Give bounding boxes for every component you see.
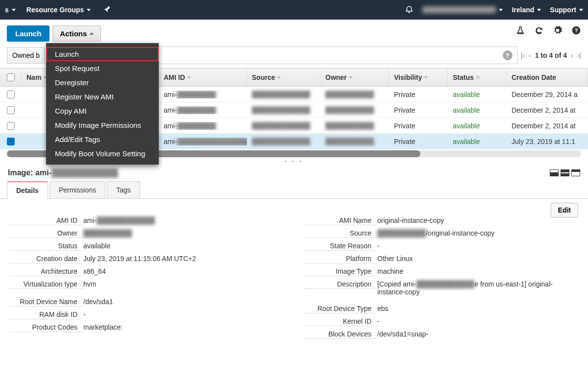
- label-platform: Platform: [304, 255, 377, 263]
- dropdown-launch[interactable]: Launch: [46, 47, 159, 61]
- cell-visibility: Private: [389, 138, 448, 145]
- nav-resource-groups[interactable]: Resource Groups: [26, 6, 91, 14]
- caret-down-icon: [87, 9, 91, 11]
- cell-owner: ██████████: [320, 106, 389, 114]
- detail-col-left: AMI IDami-████████████ Owner██████████ S…: [10, 216, 284, 343]
- dropdown-deregister[interactable]: Deregister: [46, 75, 159, 90]
- actions-label: Actions: [60, 29, 87, 38]
- column-source[interactable]: Source: [247, 69, 320, 86]
- label-product-codes: Product Codes: [10, 323, 83, 332]
- nav-region[interactable]: Ireland: [512, 6, 541, 14]
- row-checkbox[interactable]: [7, 106, 15, 114]
- sort-icon: [277, 76, 281, 79]
- sort-icon: [476, 76, 480, 79]
- pager-next-icon[interactable]: ›: [571, 51, 573, 59]
- cell-ami-id: ami-████████: [159, 106, 247, 114]
- label-status: Status: [10, 242, 83, 251]
- launch-button[interactable]: Launch: [7, 25, 49, 42]
- pin-icon[interactable]: [103, 5, 111, 15]
- value-root-device-type: ebs: [377, 305, 578, 312]
- notifications-icon[interactable]: [405, 5, 414, 15]
- value-product-codes: marketplace:: [83, 323, 284, 331]
- sort-icon: [187, 76, 191, 79]
- dropdown-copy-ami[interactable]: Copy AMI: [46, 104, 159, 118]
- cell-source: ████████████: [247, 106, 320, 114]
- layout-bottom-icon[interactable]: [550, 169, 559, 176]
- value-platform: Other Linux: [377, 255, 578, 263]
- value-kernel-id: -: [377, 317, 578, 325]
- dropdown-modify-boot-volume[interactable]: Modify Boot Volume Setting: [46, 146, 159, 161]
- nav-services[interactable]: s: [5, 6, 16, 14]
- label-ami-id: AMI ID: [10, 216, 83, 225]
- label-root-device-type: Root Device Type: [304, 305, 377, 313]
- select-all-column[interactable]: [0, 69, 22, 86]
- dropdown-modify-permissions[interactable]: Modify Image Permissions: [46, 118, 159, 132]
- cell-status: available: [448, 138, 507, 145]
- column-creation-date[interactable]: Creation Date: [507, 69, 588, 86]
- column-status[interactable]: Status: [448, 69, 507, 86]
- detail-header: Image: ami-████████████: [0, 165, 588, 181]
- row-checkbox[interactable]: [7, 122, 15, 130]
- cell-creation-date: December 2, 2014 at: [507, 106, 588, 114]
- pager-prev-icon[interactable]: ‹: [529, 51, 531, 59]
- caret-down-icon: [579, 9, 583, 11]
- edit-button[interactable]: Edit: [551, 203, 578, 217]
- value-virtualization: hvm: [83, 280, 284, 288]
- owned-by-filter[interactable]: Owned b: [7, 47, 45, 64]
- pager-first-icon[interactable]: |‹: [521, 51, 525, 59]
- label-creation-date: Creation date: [10, 255, 83, 263]
- nav-support[interactable]: Support: [550, 6, 583, 14]
- dropdown-register-new-ami[interactable]: Register New AMI: [46, 90, 159, 104]
- value-source: ██████████/original-instance-copy: [377, 229, 578, 237]
- cell-creation-date: July 23, 2019 at 11:1: [507, 138, 588, 145]
- value-status: available: [83, 242, 284, 250]
- actions-button[interactable]: Actions: [52, 25, 101, 42]
- sort-icon: [349, 76, 353, 79]
- value-ram-disk-id: -: [83, 310, 284, 318]
- tab-details[interactable]: Details: [7, 181, 48, 199]
- settings-icon[interactable]: [553, 25, 563, 35]
- layout-split-icon[interactable]: [561, 169, 569, 176]
- dropdown-add-edit-tags[interactable]: Add/Edit Tags: [46, 132, 159, 146]
- search-help-icon[interactable]: ?: [503, 50, 513, 60]
- sort-icon: [424, 76, 428, 79]
- label-description: Description: [304, 280, 377, 289]
- pager-last-icon[interactable]: ›|: [577, 51, 581, 59]
- select-all-checkbox[interactable]: [7, 73, 15, 81]
- cell-owner: ██████████: [320, 122, 389, 130]
- toolbar: Launch Actions Launch Spot Request Dereg…: [0, 20, 588, 47]
- value-description: [Copied ami-████████████e from us-east-1…: [377, 280, 578, 296]
- label-state-reason: State Reason: [304, 242, 377, 251]
- cell-ami-id: ami-████████: [159, 122, 247, 130]
- label-virtualization: Virtualization type: [10, 280, 83, 289]
- caret-down-icon: [12, 9, 16, 11]
- cell-visibility: Private: [389, 106, 448, 114]
- nav-resource-groups-label: Resource Groups: [26, 6, 84, 14]
- value-architecture: x86_64: [83, 267, 284, 275]
- tab-permissions[interactable]: Permissions: [49, 181, 105, 198]
- column-ami-id[interactable]: AMI ID: [159, 69, 247, 86]
- row-checkbox[interactable]: [7, 91, 15, 98]
- value-ami-name: original-instance-copy: [377, 216, 578, 224]
- column-owner[interactable]: Owner: [320, 69, 389, 86]
- support-label: Support: [550, 6, 576, 14]
- help-icon[interactable]: ?: [571, 25, 581, 35]
- refresh-icon[interactable]: [534, 25, 544, 35]
- tab-tags[interactable]: Tags: [107, 181, 140, 198]
- row-checkbox[interactable]: [7, 138, 15, 145]
- dropdown-spot-request[interactable]: Spot Request: [46, 61, 159, 75]
- column-visibility[interactable]: Visibility: [389, 69, 448, 86]
- value-owner: ██████████: [83, 229, 284, 237]
- label-architecture: Architecture: [10, 267, 83, 276]
- caret-down-icon: [537, 9, 541, 11]
- label-source: Source: [304, 229, 377, 238]
- cell-visibility: Private: [389, 122, 448, 130]
- pager-status: 1 to 4 of 4: [535, 51, 567, 59]
- cell-visibility: Private: [389, 91, 448, 98]
- layout-full-icon[interactable]: [571, 169, 580, 176]
- nav-account[interactable]: ████████████: [422, 6, 503, 13]
- nav-services-label: s: [5, 6, 9, 14]
- cell-creation-date: December 2, 2014 at: [507, 122, 588, 130]
- experiments-icon[interactable]: [515, 25, 525, 35]
- value-block-devices: /dev/sda1=snap-: [377, 330, 578, 338]
